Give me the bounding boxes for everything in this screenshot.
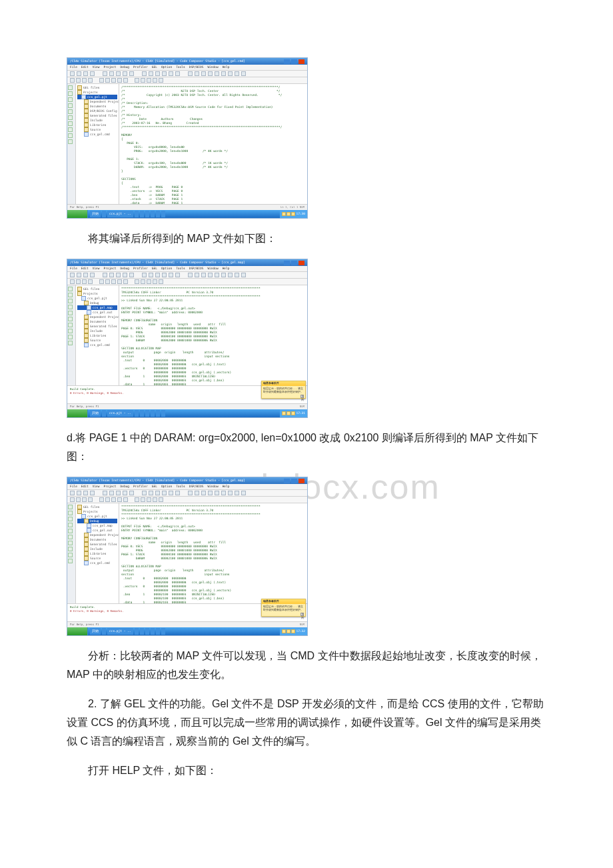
toolbar-button-icon[interactable]: [215, 273, 219, 277]
tree-item[interactable]: ccs_gel.out: [77, 310, 117, 315]
toolbar-button-icon[interactable]: [68, 317, 73, 321]
toolbar-button-icon[interactable]: [68, 299, 73, 303]
menu-item[interactable]: Window: [207, 267, 218, 271]
close-icon[interactable]: [299, 261, 305, 265]
toolbar-button-icon[interactable]: [82, 497, 87, 502]
toolbar-button-icon[interactable]: [116, 273, 121, 277]
tray-icon[interactable]: [282, 212, 286, 216]
tree-item[interactable]: Include: [77, 329, 117, 333]
taskbar-item[interactable]: [145, 410, 149, 417]
toolbar-button-icon[interactable]: [215, 491, 219, 495]
taskbar-item[interactable]: [151, 410, 155, 417]
toolbar-button-icon[interactable]: [68, 305, 73, 309]
taskbar-item[interactable]: ccs.pjt - ..: [107, 410, 133, 417]
toolbar-button-icon[interactable]: [169, 273, 173, 277]
toolbar-button-icon[interactable]: [153, 279, 157, 284]
taskbar-item[interactable]: [156, 211, 160, 217]
menu-item[interactable]: DSP/BIOS: [189, 267, 204, 271]
tray-icon[interactable]: [291, 212, 295, 216]
toolbar-button-icon[interactable]: [241, 273, 246, 277]
toolbar-button-icon[interactable]: [68, 127, 73, 132]
toolbar-button-icon[interactable]: [103, 71, 107, 76]
close-icon[interactable]: [299, 479, 305, 483]
tray-icon[interactable]: [291, 411, 295, 415]
toolbar-button-icon[interactable]: [116, 71, 121, 76]
taskbar-item[interactable]: [102, 628, 106, 635]
toolbar-button-icon[interactable]: [82, 279, 87, 284]
toolbar-button-icon[interactable]: [68, 553, 73, 557]
tree-item[interactable]: Projects: [77, 90, 117, 95]
toolbar-button-icon[interactable]: [70, 497, 75, 502]
tray-icon[interactable]: [287, 212, 291, 216]
toolbar-button-icon[interactable]: [195, 71, 199, 76]
menu-item[interactable]: GEL: [152, 485, 157, 489]
toolbar-button-icon[interactable]: [228, 273, 233, 277]
toolbar-button-icon[interactable]: [129, 491, 134, 495]
toolbar-button-icon[interactable]: [188, 71, 193, 76]
start-button[interactable]: [67, 210, 88, 218]
toolbar-button-icon[interactable]: [105, 279, 110, 284]
menu-item[interactable]: File: [70, 485, 77, 489]
toolbar-button-icon[interactable]: [90, 273, 95, 277]
toolbar-button-icon[interactable]: [68, 341, 73, 345]
toolbar-button-icon[interactable]: [70, 279, 75, 284]
toolbar-button-icon[interactable]: [68, 523, 73, 527]
toolbar-button-icon[interactable]: [109, 273, 114, 277]
tree-item[interactable]: ccs_gel.cmd: [77, 132, 117, 137]
toolbar-button-icon[interactable]: [201, 71, 206, 76]
menu-item[interactable]: Help: [223, 485, 230, 489]
toolbar-button-icon[interactable]: [117, 497, 122, 502]
toolbar-button-icon[interactable]: [68, 535, 73, 539]
toolbar-button-icon[interactable]: [159, 78, 163, 83]
menu-item[interactable]: Debug: [121, 65, 130, 69]
taskbar-item[interactable]: [140, 628, 144, 635]
tree-item[interactable]: Documents: [77, 319, 117, 324]
maximize-icon[interactable]: [291, 479, 297, 483]
tree-item[interactable]: Libraries: [77, 551, 117, 556]
toolbar-button-icon[interactable]: [123, 279, 128, 284]
tray-icon[interactable]: [282, 411, 286, 415]
taskbar-item[interactable]: ccs.pjt - ..: [107, 211, 133, 217]
tree-item[interactable]: Include: [77, 118, 117, 123]
toolbar-button-icon[interactable]: [68, 547, 73, 551]
toolbar-button-icon[interactable]: [99, 497, 104, 502]
toolbar-button-icon[interactable]: [68, 505, 73, 509]
toolbar-button-icon[interactable]: [111, 279, 116, 284]
toolbar-button-icon[interactable]: [83, 273, 88, 277]
toolbar-button-icon[interactable]: [83, 71, 88, 76]
menu-item[interactable]: Project: [104, 267, 117, 271]
taskbar-item[interactable]: [140, 410, 144, 417]
menu-item[interactable]: DSP/BIOS: [189, 485, 204, 489]
menu-item[interactable]: View: [93, 267, 100, 271]
menu-item[interactable]: GEL: [152, 65, 157, 69]
taskbar-item[interactable]: 开始: [90, 628, 101, 635]
taskbar-item[interactable]: [161, 410, 165, 417]
toolbar-button-icon[interactable]: [68, 511, 73, 515]
toolbar-button-icon[interactable]: [235, 491, 239, 495]
toolbar-button-icon[interactable]: [175, 491, 180, 495]
menu-item[interactable]: Option: [161, 267, 172, 271]
toolbar-button-icon[interactable]: [201, 491, 206, 495]
toolbar-button-icon[interactable]: [147, 497, 151, 502]
menu-item[interactable]: DSP/BIOS: [189, 65, 204, 69]
menu-item[interactable]: Window: [207, 485, 218, 489]
toolbar-button-icon[interactable]: [201, 273, 206, 277]
notification-close-button[interactable]: 关闭: [301, 613, 304, 616]
toolbar-button-icon[interactable]: [68, 139, 73, 144]
tree-item[interactable]: Debug: [77, 519, 117, 523]
toolbar-button-icon[interactable]: [117, 279, 122, 284]
taskbar-item[interactable]: [161, 628, 165, 635]
tree-item[interactable]: ccs_gel.pjt: [77, 514, 117, 519]
toolbar-button-icon[interactable]: [68, 91, 73, 96]
toolbar-button-icon[interactable]: [76, 78, 81, 83]
toolbar-button-icon[interactable]: [70, 78, 75, 83]
toolbar-button-icon[interactable]: [123, 71, 127, 76]
toolbar-button-icon[interactable]: [68, 97, 73, 102]
toolbar-button-icon[interactable]: [162, 71, 167, 76]
tree-item[interactable]: ccs_gel.pjt: [77, 296, 117, 301]
toolbar-button-icon[interactable]: [235, 71, 239, 76]
menu-item[interactable]: Debug: [121, 267, 130, 271]
toolbar-button-icon[interactable]: [68, 115, 73, 120]
toolbar-button-icon[interactable]: [195, 491, 199, 495]
toolbar-button-icon[interactable]: [68, 109, 73, 114]
